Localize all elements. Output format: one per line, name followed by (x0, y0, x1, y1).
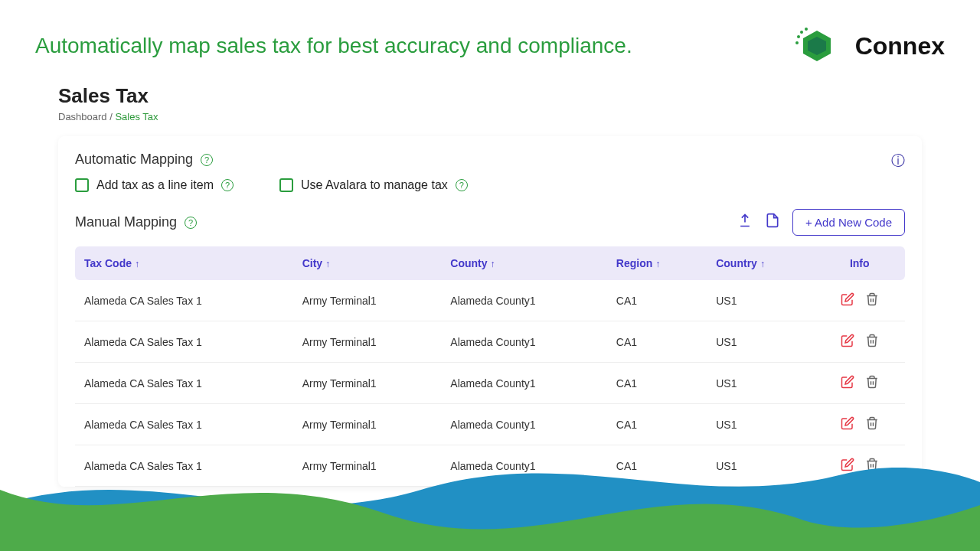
info-icon[interactable]: ⓘ (891, 152, 905, 170)
edit-icon[interactable] (841, 292, 854, 308)
cell-country: US1 (707, 363, 814, 404)
table-row: Alameda CA Sales Tax 1Army Terminal1Alam… (75, 280, 905, 321)
svg-point-3 (800, 31, 803, 34)
help-icon[interactable]: ? (221, 179, 234, 191)
col-country[interactable]: Country↑ (707, 246, 814, 280)
cell-tax_code: Alameda CA Sales Tax 1 (75, 404, 293, 445)
cell-county: Alameda County1 (441, 280, 607, 321)
tax-codes-table: Tax Code↑ City↑ County↑ Region↑ Country↑… (75, 246, 905, 487)
automatic-mapping-header: Automatic Mapping ? (75, 152, 905, 168)
page-title: Sales Tax (58, 84, 922, 108)
cell-county: Alameda County1 (441, 321, 607, 363)
add-new-code-button[interactable]: + Add New Code (792, 209, 905, 236)
edit-icon[interactable] (841, 375, 854, 391)
edit-icon[interactable] (841, 334, 854, 350)
help-icon[interactable]: ? (185, 217, 197, 229)
option-line-item[interactable]: Add tax as a line item ? (75, 178, 234, 192)
col-tax-code[interactable]: Tax Code↑ (75, 246, 293, 280)
table-row: Alameda CA Sales Tax 1Army Terminal1Alam… (75, 404, 905, 445)
cell-region: CA1 (607, 321, 707, 363)
sort-arrow-icon: ↑ (325, 259, 330, 269)
svg-point-4 (805, 28, 808, 31)
cell-city: Army Terminal1 (293, 404, 442, 445)
table-row: Alameda CA Sales Tax 1Army Terminal1Alam… (75, 321, 905, 363)
cell-country: US1 (707, 321, 814, 363)
checkbox-avalara[interactable] (279, 178, 293, 192)
trash-icon[interactable] (865, 375, 879, 391)
svg-point-2 (797, 35, 800, 38)
cell-city: Army Terminal1 (293, 445, 442, 487)
manual-mapping-header: Manual Mapping ? (75, 214, 197, 230)
col-county[interactable]: County↑ (441, 246, 607, 280)
cell-country: US1 (707, 280, 814, 321)
cell-tax_code: Alameda CA Sales Tax 1 (75, 445, 293, 487)
table-row: Alameda CA Sales Tax 1Army Terminal1Alam… (75, 445, 905, 487)
page-headline: Automatically map sales tax for best acc… (35, 34, 632, 58)
col-city[interactable]: City↑ (293, 246, 442, 280)
brand-name: Connex (855, 32, 945, 60)
cell-region: CA1 (607, 280, 707, 321)
brand-logo: Connex (794, 23, 945, 69)
help-icon[interactable]: ? (456, 179, 468, 191)
cell-city: Army Terminal1 (293, 321, 442, 363)
cell-country: US1 (707, 445, 814, 487)
cell-tax_code: Alameda CA Sales Tax 1 (75, 363, 293, 404)
trash-icon[interactable] (865, 458, 879, 474)
cell-city: Army Terminal1 (293, 280, 442, 321)
edit-icon[interactable] (841, 416, 854, 432)
settings-card: ⓘ Automatic Mapping ? Add tax as a line … (58, 136, 922, 487)
col-region[interactable]: Region↑ (607, 246, 707, 280)
checkbox-line-item[interactable] (75, 178, 89, 192)
sort-arrow-icon: ↑ (655, 259, 660, 269)
cell-tax_code: Alameda CA Sales Tax 1 (75, 321, 293, 363)
connex-logo-icon (794, 23, 840, 69)
cell-tax_code: Alameda CA Sales Tax 1 (75, 280, 293, 321)
sort-arrow-icon: ↑ (491, 259, 495, 269)
document-icon[interactable] (765, 213, 780, 232)
edit-icon[interactable] (841, 458, 854, 474)
cell-region: CA1 (607, 445, 707, 487)
col-info: Info (815, 246, 905, 280)
cell-region: CA1 (607, 363, 707, 404)
trash-icon[interactable] (865, 416, 879, 432)
help-icon[interactable]: ? (201, 154, 213, 166)
breadcrumb: Dashboard / Sales Tax (58, 111, 922, 122)
sort-arrow-icon: ↑ (135, 259, 139, 269)
cell-city: Army Terminal1 (293, 363, 442, 404)
trash-icon[interactable] (865, 334, 879, 350)
cell-county: Alameda County1 (441, 363, 607, 404)
cell-county: Alameda County1 (441, 404, 607, 445)
option-avalara[interactable]: Use Avalara to manage tax ? (279, 178, 468, 192)
trash-icon[interactable] (865, 292, 879, 308)
breadcrumb-root[interactable]: Dashboard (58, 111, 107, 122)
cell-region: CA1 (607, 404, 707, 445)
sort-arrow-icon: ↑ (760, 259, 765, 269)
table-row: Alameda CA Sales Tax 1Army Terminal1Alam… (75, 363, 905, 404)
cell-country: US1 (707, 404, 814, 445)
svg-point-5 (795, 41, 799, 44)
export-icon[interactable] (737, 213, 753, 232)
cell-county: Alameda County1 (441, 445, 607, 487)
breadcrumb-current: Sales Tax (115, 111, 158, 122)
